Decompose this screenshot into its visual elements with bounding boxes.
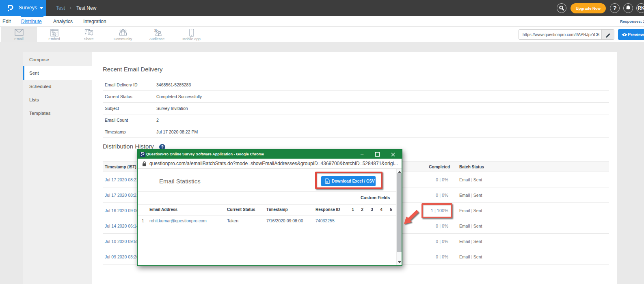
svg-text:$: $ <box>154 28 157 33</box>
